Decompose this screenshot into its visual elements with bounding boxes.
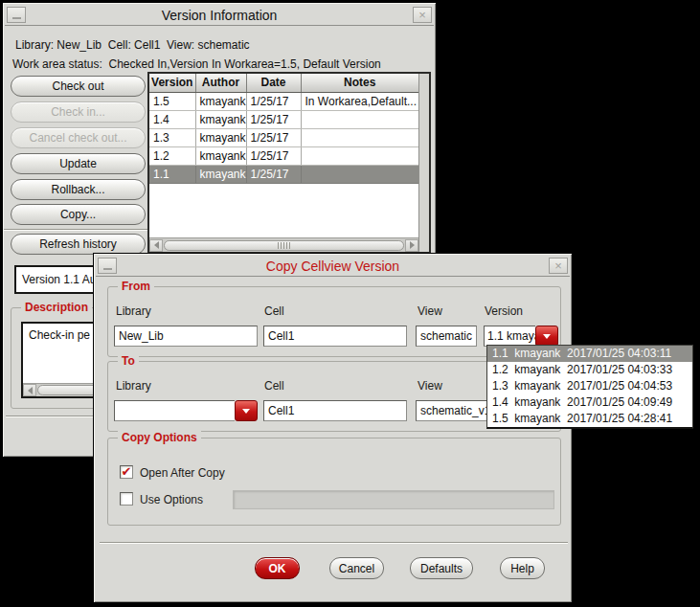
open-after-copy-label: Open After Copy [140,466,225,480]
version-history-panel: Version Author Date Notes 1.5 kmayank 1/… [147,72,431,254]
scroll-right-icon[interactable] [405,239,418,252]
left-triangle-glyph [28,387,33,394]
cv-dialog-title: Copy Cellview Version [96,259,570,274]
from-version-combobox[interactable]: 1.1 kmaya [484,326,558,347]
table-row[interactable]: 1.2 kmayank 1/25/17 [149,146,418,165]
to-view-field[interactable]: schematic_v1.1 [416,400,494,421]
library-dropdown-button[interactable] [235,400,258,421]
workarea-status-line: Work area status: Checked In,Version In … [12,57,381,71]
to-library-value [114,400,235,421]
help-button[interactable]: Help [500,557,545,579]
cell-notes[interactable] [301,128,418,146]
cell-notes[interactable] [301,146,418,165]
cell-date[interactable]: 1/25/17 [246,92,301,110]
cell-version[interactable]: 1.2 [149,146,195,165]
dropdown-item[interactable]: 1.5 kmayank 2017/01/25 04:28:41 [487,411,692,427]
dropdown-item-selected[interactable]: 1.1 kmayank 2017/01/25 04:03:11 [487,346,692,362]
to-view-label: View [418,379,442,393]
minimize-icon[interactable] [7,7,26,23]
copy-options-label: Copy Options [118,431,201,444]
dropdown-item[interactable]: 1.4 kmayank 2017/01/25 04:09:49 [487,394,692,411]
chevron-down-icon [242,409,250,414]
cv-titlebar[interactable]: Copy Cellview Version × [96,256,570,277]
to-view-value: schematic_v1.1 [420,404,494,417]
cell-date[interactable]: 1/25/17 [246,146,301,165]
cell-version[interactable]: 1.4 [149,110,195,128]
vertical-scrollbar-track[interactable] [418,74,429,252]
description-label: Description [21,301,92,314]
to-cell-field[interactable]: Cell1 [263,400,407,421]
col-header-date: Date [246,74,301,92]
use-options-label: Use Options [140,493,203,506]
from-label: From [118,280,154,293]
cell-date[interactable]: 1/25/17 [246,110,301,128]
use-options-checkbox[interactable] [120,492,133,506]
minimize-icon[interactable] [98,258,117,274]
copy-button[interactable]: Copy... [11,204,146,225]
library-cell-view-line: Library: New_Lib Cell: Cell1 View: schem… [15,38,250,52]
update-button[interactable]: Update [11,153,146,174]
cell-version[interactable]: 1.5 [149,92,195,110]
table-row-selected[interactable]: 1.1 kmayank 1/25/17 [149,165,418,183]
left-triangle-glyph [154,241,159,249]
cell-version[interactable]: 1.3 [149,128,195,146]
cell-notes[interactable] [301,110,418,128]
cell-notes[interactable] [301,165,418,183]
check-out-button[interactable]: Check out [11,76,146,97]
right-triangle-glyph [410,241,415,249]
to-label: To [118,354,139,368]
version-dropdown-list: 1.1 kmayank 2017/01/25 04:03:11 1.2 kmay… [486,345,693,429]
from-view-label: View [418,304,442,318]
cell-version[interactable]: 1.1 [149,165,195,183]
ok-button[interactable]: OK [255,557,300,579]
to-library-combobox[interactable] [114,400,258,421]
chevron-down-icon [543,334,551,339]
from-version-value: 1.1 kmaya [484,326,535,347]
table-horizontal-scrollbar[interactable] [149,237,418,252]
from-view-field[interactable]: schematic [416,326,477,347]
refresh-history-button[interactable]: Refresh history [11,234,146,255]
cell-author[interactable]: kmayank [195,165,246,183]
cv-bottom-divider [100,542,568,544]
copy-options-group: Copy Options ✔ Open After Copy Use Optio… [107,438,561,526]
from-version-label: Version [485,304,523,318]
open-after-copy-checkbox[interactable]: ✔ [120,465,133,479]
cancel-button[interactable]: Cancel [329,557,384,579]
to-cell-label: Cell [264,379,284,393]
vi-titlebar[interactable]: Version Information × [5,5,434,26]
cell-notes[interactable]: In Workarea,Default... [301,92,418,110]
table-row[interactable]: 1.3 kmayank 1/25/17 [149,128,418,146]
cell-author[interactable]: kmayank [195,92,246,110]
dropdown-item[interactable]: 1.3 kmayank 2017/01/25 04:04:53 [487,378,692,394]
table-row[interactable]: 1.4 kmayank 1/25/17 [149,110,418,128]
to-cell-value: Cell1 [268,404,294,417]
col-header-author: Author [195,74,246,92]
table-header-row: Version Author Date Notes [149,74,418,92]
version-dropdown-button[interactable] [535,326,558,347]
cell-author[interactable]: kmayank [195,146,246,165]
from-view-value: schematic [420,329,472,343]
scrollbar-thumb[interactable] [164,240,404,251]
col-header-notes: Notes [301,74,418,92]
defaults-button[interactable]: Defaults [410,557,473,579]
from-cell-field[interactable]: Cell1 [263,326,407,347]
cell-author[interactable]: kmayank [195,128,246,146]
scroll-left-icon[interactable] [149,239,163,252]
version-history-table-area: Version Author Date Notes 1.5 kmayank 1/… [149,74,418,252]
cell-date[interactable]: 1/25/17 [246,128,301,146]
dropdown-item[interactable]: 1.2 kmayank 2017/01/25 04:03:33 [487,362,692,378]
from-cell-value: Cell1 [268,329,294,343]
close-icon[interactable]: × [549,258,568,274]
table-row[interactable]: 1.5 kmayank 1/25/17 In Workarea,Default.… [149,92,418,110]
cell-author[interactable]: kmayank [195,110,246,128]
close-icon[interactable]: × [413,7,432,23]
from-library-field[interactable]: New_Lib [114,326,258,347]
check-icon: ✔ [122,465,132,478]
cell-date[interactable]: 1/25/17 [246,165,301,183]
to-library-label: Library [116,379,151,393]
minimize-glyph [12,17,21,19]
rollback-button[interactable]: Rollback... [11,179,146,200]
minimize-glyph [103,268,112,270]
actions-divider [4,229,147,231]
scroll-left-icon[interactable] [23,384,36,396]
